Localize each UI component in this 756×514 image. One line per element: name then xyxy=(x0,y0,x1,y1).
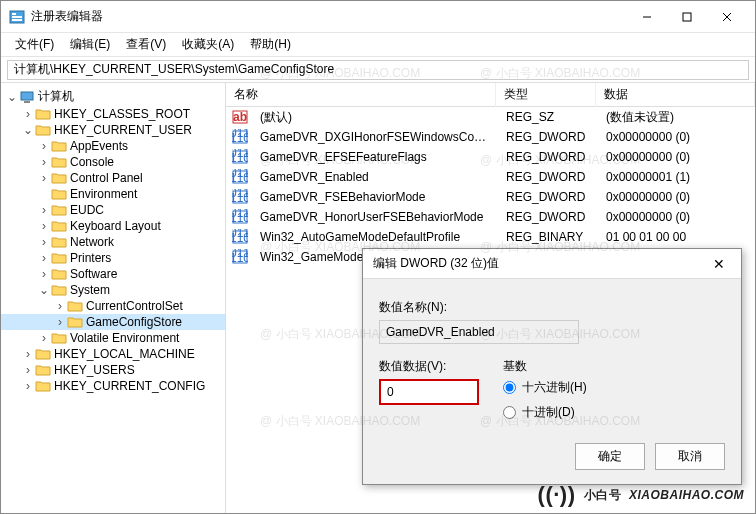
value-name-cell: Win32_AutoGameModeDefaultProfile xyxy=(252,228,498,246)
tree-toggle-icon[interactable]: ⌄ xyxy=(21,123,35,137)
radio-hex-input[interactable] xyxy=(503,381,516,394)
tree-item-keyboard[interactable]: ›Keyboard Layout xyxy=(1,218,225,234)
svg-rect-5 xyxy=(683,13,691,21)
menu-view[interactable]: 查看(V) xyxy=(118,34,174,55)
tree-item-environment[interactable]: Environment xyxy=(1,186,225,202)
tree-label: Volatile Environment xyxy=(70,331,179,345)
tree-toggle-icon[interactable]: › xyxy=(53,315,67,329)
dialog-close-button[interactable]: ✕ xyxy=(707,256,731,272)
tree-label: HKEY_CURRENT_CONFIG xyxy=(54,379,205,393)
menu-help[interactable]: 帮助(H) xyxy=(242,34,299,55)
tree-item-controlpanel[interactable]: ›Control Panel xyxy=(1,170,225,186)
menu-favorites[interactable]: 收藏夹(A) xyxy=(174,34,242,55)
folder-icon xyxy=(51,155,67,169)
tree-toggle-icon[interactable]: › xyxy=(37,203,51,217)
tree-toggle-icon[interactable]: ⌄ xyxy=(37,283,51,297)
binary-value-icon: 011110 xyxy=(232,169,248,185)
tree-toggle-icon[interactable]: › xyxy=(37,171,51,185)
tree-toggle-icon[interactable]: › xyxy=(37,267,51,281)
menubar: 文件(F) 编辑(E) 查看(V) 收藏夹(A) 帮助(H) xyxy=(1,33,755,57)
value-name-label: 数值名称(N): xyxy=(379,299,725,316)
tree-item-network[interactable]: ›Network xyxy=(1,234,225,250)
address-input[interactable] xyxy=(7,60,749,80)
col-header-type[interactable]: 类型 xyxy=(496,83,596,107)
tree-label: Keyboard Layout xyxy=(70,219,161,233)
minimize-button[interactable] xyxy=(627,3,667,31)
tree-label: EUDC xyxy=(70,203,104,217)
list-row[interactable]: 011110Win32_AutoGameModeDefaultProfileRE… xyxy=(226,227,755,247)
close-button[interactable] xyxy=(707,3,747,31)
tree-item-ccs[interactable]: ›CurrentControlSet xyxy=(1,298,225,314)
binary-value-icon: 011110 xyxy=(232,249,248,265)
tree-toggle-icon[interactable]: › xyxy=(37,251,51,265)
tree-toggle-icon[interactable]: › xyxy=(37,139,51,153)
tree-toggle-icon[interactable]: › xyxy=(37,331,51,345)
tree-toggle-icon[interactable]: › xyxy=(21,107,35,121)
value-data-cell: 0x00000000 (0) xyxy=(598,128,755,146)
tree-item-volatile[interactable]: ›Volatile Environment xyxy=(1,330,225,346)
binary-value-icon: 011110 xyxy=(232,189,248,205)
tree-item-hkcc[interactable]: ›HKEY_CURRENT_CONFIG xyxy=(1,378,225,394)
tree-item-console[interactable]: ›Console xyxy=(1,154,225,170)
tree-toggle-icon[interactable]: › xyxy=(37,219,51,233)
tree-toggle-icon[interactable]: › xyxy=(53,299,67,313)
col-header-name[interactable]: 名称 xyxy=(226,83,496,107)
tree-toggle-icon[interactable]: › xyxy=(37,155,51,169)
tree-item-printers[interactable]: ›Printers xyxy=(1,250,225,266)
dialog-title: 编辑 DWORD (32 位)值 xyxy=(373,255,707,272)
svg-text:ab: ab xyxy=(233,110,247,124)
radio-hex[interactable]: 十六进制(H) xyxy=(503,379,587,396)
list-row[interactable]: 011110GameDVR_FSEBehaviorModeREG_DWORD0x… xyxy=(226,187,755,207)
radio-dec[interactable]: 十进制(D) xyxy=(503,404,587,421)
tree-item-gcs[interactable]: ›GameConfigStore xyxy=(1,314,225,330)
list-header: 名称 类型 数据 xyxy=(226,83,755,107)
tree-toggle-icon[interactable]: ⌄ xyxy=(5,90,19,104)
tree-panel[interactable]: ⌄计算机›HKEY_CLASSES_ROOT⌄HKEY_CURRENT_USER… xyxy=(1,83,226,513)
dialog-body: 数值名称(N): GameDVR_Enabled 数值数据(V): 基数 十六进… xyxy=(363,279,741,433)
tree-item-eudc[interactable]: ›EUDC xyxy=(1,202,225,218)
tree-label: Environment xyxy=(70,187,137,201)
menu-edit[interactable]: 编辑(E) xyxy=(62,34,118,55)
edit-dword-dialog: 编辑 DWORD (32 位)值 ✕ 数值名称(N): GameDVR_Enab… xyxy=(362,248,742,485)
ok-button[interactable]: 确定 xyxy=(575,443,645,470)
tree-item-hkcr[interactable]: ›HKEY_CLASSES_ROOT xyxy=(1,106,225,122)
window-controls xyxy=(627,3,747,31)
list-row[interactable]: 011110GameDVR_EnabledREG_DWORD0x00000001… xyxy=(226,167,755,187)
binary-value-icon: 011110 xyxy=(232,209,248,225)
value-data-input[interactable] xyxy=(379,379,479,405)
cancel-button[interactable]: 取消 xyxy=(655,443,725,470)
addressbar xyxy=(1,57,755,83)
folder-icon xyxy=(35,363,51,377)
maximize-button[interactable] xyxy=(667,3,707,31)
tree-item-root[interactable]: ⌄计算机 xyxy=(1,87,225,106)
list-row[interactable]: 011110GameDVR_DXGIHonorFSEWindowsCompati… xyxy=(226,127,755,147)
tree-toggle-icon[interactable]: › xyxy=(21,347,35,361)
folder-icon xyxy=(35,123,51,137)
list-row[interactable]: ab(默认)REG_SZ(数值未设置) xyxy=(226,107,755,127)
tree-toggle-icon[interactable]: › xyxy=(21,363,35,377)
value-data-cell: 0x00000001 (1) xyxy=(598,168,755,186)
value-name-cell: GameDVR_FSEBehaviorMode xyxy=(252,188,498,206)
folder-icon xyxy=(51,331,67,345)
tree-item-software[interactable]: ›Software xyxy=(1,266,225,282)
tree-toggle-icon[interactable]: › xyxy=(21,379,35,393)
base-radio-group: 十六进制(H) 十进制(D) xyxy=(503,379,587,421)
tree-item-hkcu[interactable]: ⌄HKEY_CURRENT_USER xyxy=(1,122,225,138)
list-row[interactable]: 011110GameDVR_HonorUserFSEBehaviorModeRE… xyxy=(226,207,755,227)
value-data-cell: (数值未设置) xyxy=(598,107,755,128)
tree-item-hku[interactable]: ›HKEY_USERS xyxy=(1,362,225,378)
tree-toggle-icon[interactable]: › xyxy=(37,235,51,249)
tree-label: 计算机 xyxy=(38,88,74,105)
tree-item-hklm[interactable]: ›HKEY_LOCAL_MACHINE xyxy=(1,346,225,362)
folder-icon xyxy=(51,203,67,217)
value-type-cell: REG_SZ xyxy=(498,108,598,126)
tree-item-appevents[interactable]: ›AppEvents xyxy=(1,138,225,154)
radio-dec-input[interactable] xyxy=(503,406,516,419)
radio-dec-label: 十进制(D) xyxy=(522,404,575,421)
list-row[interactable]: 011110GameDVR_EFSEFeatureFlagsREG_DWORD0… xyxy=(226,147,755,167)
value-data-cell: 0x00000000 (0) xyxy=(598,148,755,166)
col-header-data[interactable]: 数据 xyxy=(596,83,755,107)
binary-value-icon: 011110 xyxy=(232,149,248,165)
menu-file[interactable]: 文件(F) xyxy=(7,34,62,55)
tree-item-system[interactable]: ⌄System xyxy=(1,282,225,298)
